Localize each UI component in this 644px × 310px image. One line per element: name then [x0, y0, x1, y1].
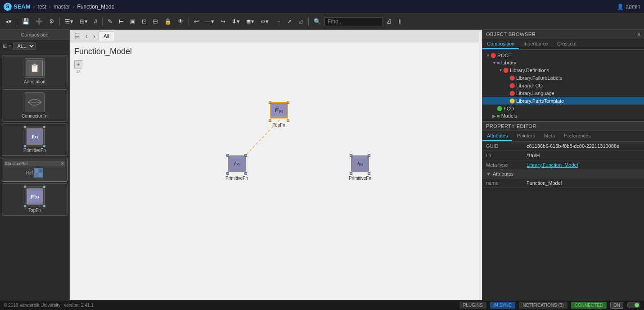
obj-tab-inheritance[interactable]: Inheritance — [519, 39, 552, 49]
tree-item-libdefs[interactable]: ▾ ⬤ Library.Definitions — [482, 66, 644, 74]
sidebar-list-btn[interactable]: ≡ — [9, 43, 11, 49]
prop-val-metatype[interactable]: Library.Function_Model — [527, 162, 640, 168]
tree-item-library[interactable]: ▾ ■ Library — [482, 59, 644, 66]
tree-item-libparts[interactable]: ▾ ⬤ Library.PartsTemplate — [482, 97, 644, 105]
connected-button[interactable]: CONNECTED — [571, 302, 607, 309]
canvas[interactable]: Function_Model + 1x F(x) — [70, 42, 482, 300]
info-button[interactable]: ℹ — [396, 17, 404, 26]
left-bracket-button[interactable]: ⊢ — [116, 17, 126, 26]
palette-item-primitivefn[interactable]: f(x) PrimitiveFn — [2, 123, 68, 156]
insync-button[interactable]: IN SYNC — [490, 302, 516, 309]
cross-button[interactable]: ⊡ — [139, 17, 149, 26]
tree-item-root[interactable]: ▾ ⬤ ROOT — [482, 51, 644, 59]
prop-tab-attributes[interactable]: Attributes — [482, 131, 512, 141]
sidebar-controls: ⊞ ≡ ALL — [0, 40, 69, 52]
sidebar: Composition ⊞ ≡ ALL 📋 Annotation — [0, 30, 70, 300]
eye-button[interactable]: 👁 — [175, 17, 186, 26]
tree-item-fco[interactable]: ▾ ⬤ FCO — [482, 105, 644, 112]
print-button[interactable]: 🖨 — [384, 17, 395, 26]
obj-tab-crosscut[interactable]: Crosscut — [553, 39, 581, 49]
fco-icon: ⬤ — [497, 105, 502, 111]
breadcrumb-master[interactable]: master — [54, 4, 70, 10]
structureref-close[interactable]: ✕ — [61, 161, 64, 166]
tree-toggle-library[interactable]: ▾ — [491, 60, 497, 65]
prop-section-attributes: ▼ Attributes — [482, 170, 644, 178]
pencil-button[interactable]: ✎ — [105, 17, 115, 26]
obj-tab-composition[interactable]: Composition — [482, 39, 519, 49]
canvas-node-primitivefn1[interactable]: f(x) PrimitiveFn — [225, 154, 248, 181]
breadcrumb-test[interactable]: test — [38, 4, 46, 10]
topfn-label: TopFn — [28, 208, 41, 213]
primitivefn2-node-icon: f(x) — [350, 154, 370, 175]
library-icon: ■ — [497, 60, 500, 65]
find-input[interactable] — [324, 17, 383, 26]
breadcrumb-sep-3: › — [73, 4, 75, 10]
new-button[interactable]: ➕ — [33, 17, 45, 26]
prop-tab-pointers[interactable]: Pointers — [512, 131, 539, 141]
lock-button[interactable]: 🔒 — [162, 17, 174, 26]
canvas-next-btn[interactable]: › — [91, 32, 97, 41]
primitivefn1-node-label: PrimitiveFn — [225, 176, 248, 181]
dash-button[interactable]: —▾ — [203, 17, 217, 26]
palette-item-structureref[interactable]: StructureRef ✕ Ref — [2, 158, 68, 182]
topfn-node-text: F(x) — [275, 107, 283, 114]
palette-item-connectorfn[interactable]: ConnectorFn — [2, 89, 68, 122]
zoom-in-button[interactable]: + — [74, 60, 82, 68]
models-icon: ■ — [497, 113, 500, 119]
fit-button[interactable]: ⊿ — [296, 17, 306, 26]
save-button[interactable]: 💾 — [19, 17, 32, 26]
toggle-switch[interactable] — [627, 302, 640, 308]
tree-item-liblang[interactable]: ▾ ⬤ Library.Language — [482, 89, 644, 97]
toggle-knob — [635, 303, 639, 307]
on-toggle[interactable]: ON — [610, 302, 623, 309]
canvas-node-topfn[interactable]: F(x) TopFn — [269, 101, 289, 128]
primitivefn2-node-text: f(x) — [357, 161, 363, 167]
tree-label-libparts: Library.PartsTemplate — [516, 98, 564, 104]
view-grid-button[interactable]: ⊞▾ — [77, 17, 90, 26]
sidebar-grid-btn[interactable]: ⊞ — [3, 43, 7, 49]
tree-label-libfailure: Library.FailureLabels — [516, 75, 562, 81]
breadcrumb-sep-1: › — [33, 4, 35, 10]
prop-tab-preferences[interactable]: Preferences — [559, 131, 595, 141]
align-button[interactable]: ≣▾ — [243, 17, 257, 26]
redo-button[interactable]: ↪ — [218, 17, 228, 26]
down-button[interactable]: ⬇▾ — [229, 17, 243, 26]
tree-item-models[interactable]: ▶ ■ Models — [482, 112, 644, 119]
settings-button[interactable]: ⚙ — [46, 17, 57, 26]
prop-tab-meta[interactable]: Meta — [540, 131, 559, 141]
back-button[interactable]: ◂▾ — [3, 17, 14, 26]
filter-icon[interactable]: ⊡ — [636, 32, 641, 37]
tree-toggle-models[interactable]: ▶ — [491, 114, 497, 119]
palette-item-topfn[interactable]: F(x) TopFn — [2, 183, 68, 216]
primitivefn2-node-label: PrimitiveFn — [349, 176, 371, 181]
arr-button[interactable]: → — [272, 17, 284, 26]
plugins-button[interactable]: PLUGINS — [459, 302, 486, 309]
sidebar-all-dropdown[interactable]: ALL — [13, 42, 36, 50]
canvas-tabs: ☰ ‹ › All — [70, 30, 482, 42]
tree-toggle-libdefs[interactable]: ▾ — [498, 68, 503, 73]
view-list-button[interactable]: ☰▾ — [62, 17, 76, 26]
node-corner-tr — [244, 154, 247, 157]
tree-item-libfailure[interactable]: ▾ ⬤ Library.FailureLabels — [482, 74, 644, 82]
connectorfn-icon — [25, 92, 45, 112]
toolbar-sep-1 — [17, 17, 17, 26]
dist-button[interactable]: ⇔▾ — [258, 17, 271, 26]
object-browser-tabs: Composition Inheritance Crosscut — [482, 39, 644, 50]
route-button[interactable]: ↗ — [284, 17, 295, 26]
canvas-node-primitivefn2[interactable]: f(x) PrimitiveFn — [349, 154, 371, 181]
notifications-button[interactable]: NOTIFICATIONS (3) — [519, 302, 567, 309]
tree-item-libfco[interactable]: ▾ ⬤ Library.FCO — [482, 82, 644, 89]
undo-button[interactable]: ↩ — [191, 17, 202, 26]
select-button[interactable]: ▣ — [127, 17, 138, 26]
prop-row-metatype: Meta type Library.Function_Model — [482, 160, 644, 170]
canvas-prev-btn[interactable]: ‹ — [84, 32, 90, 41]
canvas-tab-all[interactable]: All — [99, 32, 114, 41]
canvas-view-btn[interactable]: ☰ — [72, 32, 82, 41]
hash-button[interactable]: # — [91, 17, 100, 26]
palette-item-annotation[interactable]: 📋 Annotation — [2, 55, 68, 87]
property-editor-tabs: Attributes Pointers Meta Preferences — [482, 131, 644, 141]
search-icon-btn[interactable]: 🔍 — [311, 17, 324, 26]
tree-toggle-root[interactable]: ▾ — [485, 53, 491, 58]
stop-button[interactable]: ⊟ — [150, 17, 161, 26]
sidebar-header: Composition — [0, 30, 69, 40]
